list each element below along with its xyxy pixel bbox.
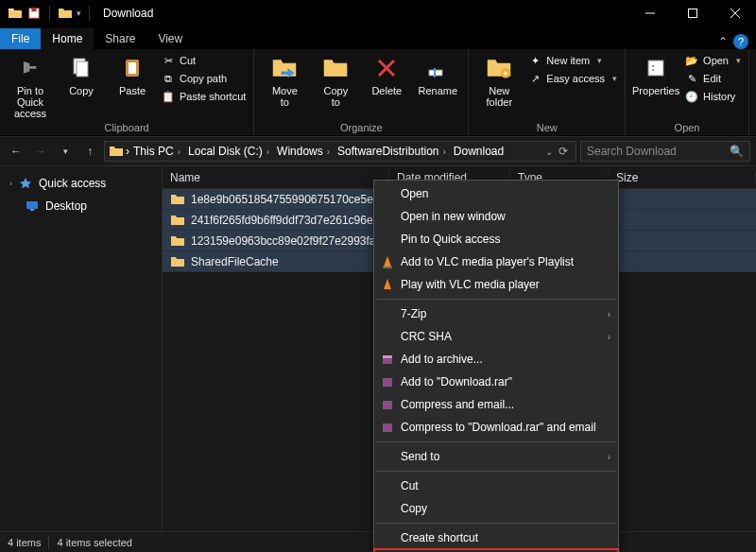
crumb-thispc[interactable]: This PC› [131, 145, 184, 158]
new-item-button[interactable]: ✦New item▾ [527, 53, 617, 68]
file-name: 241f6f265fd9b6ff9ddf73d7e261c96e [191, 214, 373, 227]
svg-rect-26 [383, 423, 392, 432]
ctx-compress-download-email[interactable]: Compress to "Download.rar" and email [374, 416, 618, 439]
ctx-send-to[interactable]: Send to› [374, 445, 618, 468]
new-folder-button[interactable]: ✦ New folder [476, 53, 522, 108]
ctx-7zip[interactable]: 7-Zip› [374, 302, 618, 325]
maximize-button[interactable] [671, 0, 713, 26]
paste-button[interactable]: Paste [110, 53, 155, 96]
ctx-create-shortcut[interactable]: Create shortcut [374, 526, 618, 549]
ctx-vlc-playlist[interactable]: Add to VLC media player's Playlist [374, 250, 618, 273]
search-placeholder: Search Download [587, 145, 677, 158]
ctx-vlc-play[interactable]: Play with VLC media player [374, 273, 618, 296]
ctx-copy[interactable]: Copy [374, 497, 618, 520]
easy-access-icon: ↗ [527, 71, 542, 86]
ctx-cut[interactable]: Cut [374, 474, 618, 497]
svg-rect-20 [30, 209, 34, 211]
ctx-open[interactable]: Open [374, 182, 618, 205]
svg-rect-1 [31, 9, 36, 12]
crumb-localdisk[interactable]: Local Disk (C:)› [186, 145, 273, 158]
winrar-icon [380, 397, 395, 412]
tab-home[interactable]: Home [41, 28, 94, 49]
winrar-icon [380, 420, 395, 435]
crumb-softwaredist[interactable]: SoftwareDistribution› [335, 145, 450, 158]
group-organize: Move to Copy to Delete Rename Organize [254, 49, 469, 135]
folder-icon [8, 6, 23, 21]
chevron-down-icon[interactable]: ▾ [77, 9, 81, 18]
open-button[interactable]: 📂Open▾ [684, 53, 741, 68]
recent-dropdown[interactable]: ▾ [55, 141, 76, 162]
file-name: 1e8e9b0651854755990675170ce5e48 [191, 193, 386, 206]
history-button[interactable]: 🕘History [684, 89, 741, 104]
forward-button[interactable]: → [30, 141, 51, 162]
ribbon-tabs: File Home Share View ⌃ ? [0, 26, 756, 49]
minimize-button[interactable] [628, 0, 671, 26]
ctx-add-download-rar[interactable]: Add to "Download.rar" [374, 371, 618, 393]
tab-view[interactable]: View [146, 28, 194, 49]
sidebar-item-quickaccess[interactable]: › Quick access [0, 172, 162, 195]
copy-icon [66, 53, 96, 83]
group-select: ▦Select all ▢Select none ◩Invert selecti… [749, 49, 756, 135]
copy-path-button[interactable]: ⧉Copy path [161, 71, 246, 86]
ctx-add-archive[interactable]: Add to archive... [374, 348, 618, 371]
ctx-open-new-window[interactable]: Open in new window [374, 205, 618, 228]
crumb-download[interactable]: Download [452, 145, 506, 158]
delete-x-icon [371, 53, 402, 83]
save-icon[interactable] [26, 6, 42, 21]
scissors-icon: ✂ [161, 53, 176, 68]
paste-icon [117, 53, 147, 83]
search-icon: 🔍 [730, 145, 744, 158]
back-button[interactable]: ← [6, 141, 26, 162]
svg-rect-3 [688, 9, 696, 18]
edit-button[interactable]: ✎Edit [684, 71, 741, 86]
pin-quick-access-button[interactable]: Pin to Quick access [8, 53, 53, 119]
properties-button[interactable]: Properties [633, 53, 679, 96]
tab-file[interactable]: File [0, 28, 41, 49]
group-label-open: Open [633, 120, 741, 133]
svg-point-18 [652, 69, 654, 71]
folder-icon [170, 192, 185, 207]
desktop-icon [25, 198, 40, 214]
easy-access-button[interactable]: ↗Easy access▾ [527, 71, 617, 86]
svg-text:✦: ✦ [502, 69, 509, 78]
history-icon: 🕘 [684, 89, 699, 104]
ctx-crcsha[interactable]: CRC SHA› [374, 325, 618, 348]
status-selected-count: 4 items selected [57, 537, 131, 548]
breadcrumb[interactable]: › This PC› Local Disk (C:)› Windows› Sof… [104, 141, 576, 162]
help-button[interactable]: ? [733, 34, 748, 49]
winrar-icon [380, 374, 395, 389]
copy-to-button[interactable]: Copy to [313, 53, 358, 108]
search-input[interactable]: Search Download 🔍 [580, 141, 750, 162]
rename-button[interactable]: Rename [415, 53, 460, 96]
column-size[interactable]: Size [609, 171, 756, 184]
copy-button[interactable]: Copy [59, 53, 104, 96]
refresh-button[interactable]: ⟳ [558, 145, 568, 158]
sidebar-item-desktop[interactable]: Desktop [0, 195, 162, 217]
svg-rect-24 [383, 378, 392, 387]
copy-to-icon [320, 53, 351, 83]
svg-rect-9 [129, 62, 136, 74]
cut-button[interactable]: ✂Cut [161, 53, 246, 68]
status-item-count: 4 items [8, 537, 41, 548]
column-name[interactable]: Name [163, 171, 389, 184]
crumb-windows[interactable]: Windows› [275, 145, 334, 158]
chevron-down-icon[interactable]: ⌄ [545, 147, 553, 157]
close-button[interactable] [713, 0, 756, 26]
tab-share[interactable]: Share [94, 28, 146, 49]
new-item-icon: ✦ [527, 53, 542, 68]
quick-access-toolbar: ▾ [0, 6, 94, 21]
up-button[interactable]: ↑ [79, 141, 100, 162]
ribbon: Pin to Quick access Copy Paste ✂Cut ⧉Cop… [0, 49, 756, 136]
folder-icon [170, 254, 185, 269]
move-to-icon [269, 53, 300, 83]
paste-shortcut-button[interactable]: 📋Paste shortcut [161, 89, 246, 104]
window-title: Download [103, 7, 153, 20]
ctx-compress-email[interactable]: Compress and email... [374, 393, 618, 416]
svg-rect-23 [383, 355, 392, 358]
delete-button[interactable]: Delete [364, 53, 409, 96]
ctx-pin-quick-access[interactable]: Pin to Quick access [374, 228, 618, 250]
star-icon [18, 176, 33, 191]
move-to-button[interactable]: Move to [262, 53, 307, 108]
collapse-ribbon-button[interactable]: ⌃ [718, 35, 728, 48]
properties-icon [641, 53, 671, 83]
